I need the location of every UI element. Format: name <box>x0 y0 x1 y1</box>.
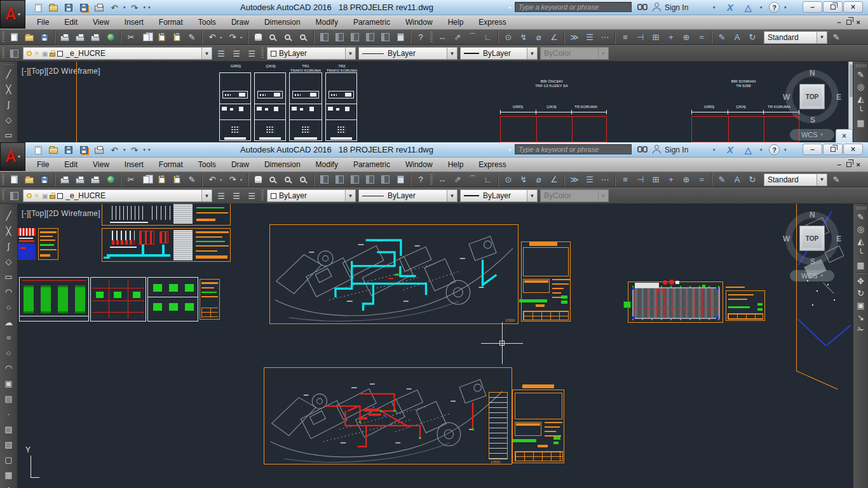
qat-customize-dropdown[interactable]: ▾ <box>147 5 152 10</box>
menu-file[interactable]: File <box>29 158 57 172</box>
menu-parametric[interactable]: Parametric <box>346 15 398 29</box>
designcenter-button[interactable] <box>332 173 346 186</box>
help-dropdown-icon[interactable]: ▾ <box>784 5 787 10</box>
menu-format[interactable]: Format <box>151 158 191 172</box>
fillet-button[interactable]: ╰ <box>854 247 868 259</box>
array-button[interactable]: ▦ <box>854 259 868 271</box>
menu-view[interactable]: View <box>85 158 117 172</box>
zoom-window-button[interactable] <box>281 173 295 186</box>
dim-baseline-button[interactable]: ☰ <box>583 173 597 186</box>
markup-set-manager-button[interactable] <box>378 30 392 44</box>
pan-button[interactable] <box>251 173 265 186</box>
3ddwf-button[interactable] <box>104 173 118 186</box>
undo-flyout-icon[interactable]: ▾ <box>220 177 225 182</box>
draw-xline-button[interactable]: ╳ <box>2 82 16 96</box>
draw-polyline-button[interactable]: ∫ <box>2 239 16 253</box>
color-combo[interactable]: ByLayer ▼ <box>267 189 356 202</box>
undo-toolbar-button[interactable]: ↶ <box>205 173 219 186</box>
viewcube-south[interactable]: S <box>810 116 815 125</box>
draw-circle-button[interactable]: ○ <box>2 300 16 314</box>
toolbar-grip[interactable] <box>4 64 14 65</box>
dim-update-button[interactable]: ↻ <box>745 30 759 44</box>
layer-states-button[interactable]: ☰ <box>245 47 259 60</box>
dim-style-apply-button[interactable]: ✎ <box>829 30 843 44</box>
table-button[interactable]: ▦ <box>2 468 16 482</box>
layer-previous-button[interactable]: ☰ <box>229 189 243 203</box>
layer-on-icon[interactable] <box>27 193 32 198</box>
dim-space-button[interactable]: ≡ <box>618 30 632 44</box>
dim-ordinate-button[interactable]: ∟ <box>481 30 495 44</box>
dim-style-apply-button[interactable]: ✎ <box>829 173 843 186</box>
a360-icon[interactable]: △ <box>745 3 752 13</box>
plot-button[interactable] <box>92 144 107 157</box>
dim-jogline-button[interactable]: ≈ <box>695 173 709 186</box>
zoom-window-button[interactable] <box>281 30 295 44</box>
viewcube-east[interactable]: E <box>836 93 841 102</box>
make-layer-current-button[interactable]: ☰ <box>214 47 228 60</box>
a360-dropdown-icon[interactable]: ▾ <box>760 5 763 10</box>
draw-polygon-button[interactable]: ◇ <box>2 112 16 126</box>
layer-combo[interactable]: ☀ ▣ _e_HUCRE ▼ <box>23 189 212 202</box>
dim-ordinate-button[interactable]: ∟ <box>481 173 495 186</box>
tolerance-button[interactable]: ⊞ <box>649 173 663 186</box>
viewcube-south[interactable]: S <box>810 257 815 266</box>
dim-angular-button[interactable]: ∠ <box>547 30 561 44</box>
layer-combo-arrow-icon[interactable]: ▼ <box>201 48 212 59</box>
plot-preview-button[interactable] <box>73 173 87 186</box>
viewcube-east[interactable]: E <box>836 234 841 243</box>
designcenter-button[interactable] <box>332 30 346 44</box>
dimension-toolbar-grip[interactable] <box>430 174 433 186</box>
dim-diameter-button[interactable]: ⌀ <box>532 30 546 44</box>
menu-window[interactable]: Window <box>398 158 440 172</box>
help-dropdown-icon[interactable]: ▾ <box>784 147 787 152</box>
color-combo-arrow-icon[interactable]: ▼ <box>345 190 355 201</box>
mirror-button[interactable]: ◭ <box>854 235 868 247</box>
tolerance-button[interactable]: ⊞ <box>649 30 663 44</box>
paste-special-button[interactable] <box>170 173 184 186</box>
undo-button[interactable]: ↶ <box>107 144 122 157</box>
layers-toolbar-grip[interactable] <box>2 190 4 201</box>
search-input[interactable] <box>515 144 632 154</box>
menu-dimension[interactable]: Dimension <box>257 15 308 29</box>
dim-radius-button[interactable]: ⊙ <box>501 173 515 186</box>
qnew-button[interactable] <box>31 144 46 157</box>
layer-on-icon[interactable] <box>27 51 32 56</box>
mdi-minimize-button[interactable]: – <box>837 161 841 168</box>
dim-baseline-button[interactable]: ☰ <box>583 30 597 44</box>
properties-toolbar-grip[interactable] <box>261 190 264 201</box>
layer-previous-button[interactable]: ☰ <box>229 47 243 60</box>
tool-palettes-button[interactable] <box>348 30 362 44</box>
save-as-button[interactable] <box>76 144 92 157</box>
save-file-button[interactable] <box>37 30 51 44</box>
dim-update-button[interactable]: ↻ <box>745 173 759 186</box>
redo-flyout-icon[interactable]: ▾ <box>240 35 245 39</box>
mirror-button[interactable]: ◭ <box>854 93 868 105</box>
layer-lock-icon[interactable] <box>50 51 55 57</box>
menu-draw[interactable]: Draw <box>224 158 257 172</box>
quick-dimension-button[interactable]: ≫ <box>567 30 581 44</box>
viewcube-north[interactable]: N <box>810 69 815 78</box>
markup-set-manager-button[interactable] <box>378 173 392 186</box>
pan-button[interactable] <box>251 30 265 44</box>
linetype-combo[interactable]: ByLayer ▼ <box>358 189 458 202</box>
wcs-dropdown[interactable]: WCS▾ <box>790 129 834 140</box>
viewport-controls-label[interactable]: [-][Top][2D Wireframe] <box>22 209 100 218</box>
plot-preview-button[interactable] <box>73 30 87 44</box>
menu-file[interactable]: File <box>29 15 57 29</box>
mdi-restore-button[interactable] <box>846 20 851 25</box>
redo-toolbar-button[interactable]: ↷ <box>226 173 240 186</box>
trim-button[interactable]: ✁ <box>854 323 868 336</box>
dim-style-combo[interactable]: Standard ▼ <box>764 173 827 186</box>
title-bar[interactable]: A▾ ↶▾ ↷▾ ▾ Autodesk AutoCAD 2016 18 PROJ… <box>0 142 868 158</box>
qat-customize-dropdown[interactable]: ▾ <box>147 147 152 152</box>
layer-vp-freeze-icon[interactable]: ▣ <box>42 193 48 200</box>
search-binoculars-icon[interactable] <box>637 4 649 11</box>
menu-parametric[interactable]: Parametric <box>346 158 398 172</box>
paste-button[interactable] <box>154 30 168 44</box>
layers-toolbar-grip[interactable] <box>2 48 4 59</box>
dim-inspect-button[interactable]: ⊕ <box>679 173 693 186</box>
sheet-set-manager-button[interactable] <box>363 173 377 186</box>
draw-polygon-button[interactable]: ◇ <box>2 254 16 268</box>
3ddwf-button[interactable] <box>104 30 118 44</box>
redo-button[interactable]: ↷ <box>127 144 142 157</box>
